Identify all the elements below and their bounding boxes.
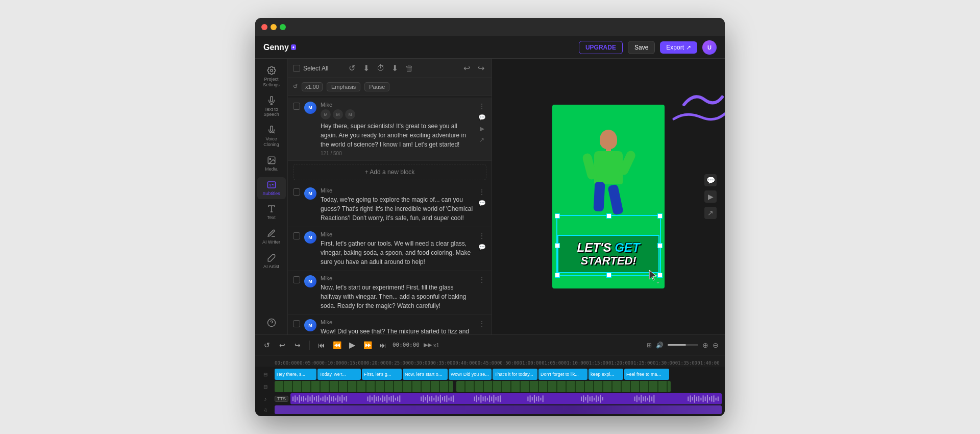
block-menu-1[interactable]: ⋮ bbox=[477, 102, 486, 111]
block-checkbox-2[interactable] bbox=[293, 188, 300, 196]
svg-rect-93 bbox=[600, 395, 601, 402]
block-text-5[interactable]: Wow! Did you see that? The mixture start… bbox=[321, 327, 473, 334]
video-track-icon[interactable]: ⊟ bbox=[263, 384, 267, 390]
zoom-in-btn[interactable]: ⊕ bbox=[702, 341, 708, 349]
undo-playback-btn[interactable]: ↩ bbox=[277, 340, 288, 351]
skip-start-btn[interactable]: ⏮ bbox=[316, 340, 327, 351]
maximize-button[interactable] bbox=[280, 24, 286, 30]
share-action-btn[interactable]: ↗ bbox=[704, 207, 717, 219]
redo-playback-btn[interactable]: ↪ bbox=[292, 340, 303, 351]
sidebar-item-media[interactable]: Media bbox=[257, 153, 286, 175]
rewind-btn[interactable]: ⏪ bbox=[331, 340, 342, 351]
block-checkbox-1[interactable] bbox=[293, 103, 300, 110]
svg-rect-28 bbox=[341, 395, 342, 402]
handle-tr[interactable] bbox=[657, 213, 663, 219]
svg-rect-23 bbox=[331, 397, 332, 401]
block-menu-3[interactable]: ⋮ bbox=[477, 231, 486, 240]
sidebar-item-ai-artist[interactable]: AI Artist bbox=[257, 250, 286, 273]
svg-rect-115 bbox=[709, 397, 710, 401]
speed-badge[interactable]: x1.00 bbox=[302, 82, 323, 91]
photo-icon bbox=[267, 156, 276, 165]
refresh-btn[interactable]: ↺ bbox=[347, 63, 358, 74]
subtitle-clip-6[interactable]: Don't forget to lik... bbox=[538, 369, 587, 380]
handle-tc[interactable] bbox=[606, 213, 611, 219]
block-text-4[interactable]: Now, let's start our experiment! First, … bbox=[321, 283, 473, 310]
forward-btn[interactable]: ⏩ bbox=[362, 340, 373, 351]
music-track-clip[interactable] bbox=[275, 405, 722, 414]
subtitle-clip-3[interactable]: Now, let's start o... bbox=[403, 369, 448, 380]
volume-btn[interactable]: 🔊 bbox=[656, 342, 664, 349]
play-action-btn[interactable]: ▶ bbox=[704, 190, 717, 203]
avatar[interactable]: U bbox=[702, 40, 717, 55]
block-checkbox-3[interactable] bbox=[293, 232, 300, 239]
skip-end-btn[interactable]: ⏭ bbox=[377, 340, 388, 351]
block-menu-5[interactable]: ⋮ bbox=[477, 319, 486, 328]
save-button[interactable]: Save bbox=[628, 41, 655, 54]
sidebar-item-project-settings[interactable]: Project Settings bbox=[257, 63, 286, 91]
close-button[interactable] bbox=[261, 24, 267, 30]
volume-slider[interactable] bbox=[668, 344, 698, 346]
pause-button[interactable]: Pause bbox=[364, 82, 389, 91]
block-checkbox-4[interactable] bbox=[293, 276, 300, 283]
emphasis-button[interactable]: Emphasis bbox=[327, 82, 360, 91]
subtitle-clip-8[interactable]: Feel free to ma... bbox=[624, 369, 669, 380]
subtitle-clip-1[interactable]: Today, we'r... bbox=[317, 369, 361, 380]
minimize-button[interactable] bbox=[271, 24, 277, 30]
block-play-1[interactable]: ▶ bbox=[477, 124, 486, 133]
add-block-button[interactable]: + Add a new block bbox=[293, 164, 486, 180]
undo-btn[interactable]: ↩ bbox=[461, 63, 472, 74]
screen-icon-btn[interactable]: ⊞ bbox=[647, 342, 652, 349]
svg-rect-70 bbox=[489, 395, 490, 402]
block-checkbox-5[interactable] bbox=[293, 320, 300, 327]
video-clip-2[interactable] bbox=[456, 381, 671, 392]
block-menu-4[interactable]: ⋮ bbox=[477, 275, 486, 284]
svg-rect-19 bbox=[323, 397, 324, 401]
block-menu-2[interactable]: ⋮ bbox=[477, 187, 486, 197]
sidebar-item-text[interactable]: Text bbox=[257, 201, 286, 224]
svg-rect-32 bbox=[370, 395, 371, 402]
sidebar-item-ai-writer[interactable]: AI Writer bbox=[257, 226, 286, 248]
svg-rect-62 bbox=[453, 395, 454, 402]
loop-btn[interactable]: ↺ bbox=[261, 340, 273, 351]
block-share-1[interactable]: ↗ bbox=[477, 135, 486, 144]
redo-btn[interactable]: ↪ bbox=[475, 63, 486, 74]
music-track-icon[interactable]: ♫ bbox=[263, 407, 267, 413]
handle-bc[interactable] bbox=[606, 273, 611, 278]
subtitle-clip-2[interactable]: First, let's g... bbox=[362, 369, 402, 380]
zoom-out-btn[interactable]: ⊖ bbox=[713, 341, 719, 349]
select-all-checkbox[interactable] bbox=[293, 65, 300, 72]
block-text-1[interactable]: Hey there, super scientists! It's great … bbox=[321, 122, 473, 149]
handle-tl[interactable] bbox=[555, 213, 560, 219]
audio-track-icon[interactable]: ♪ bbox=[264, 396, 267, 402]
subtitle-track-icon[interactable]: ⊟ bbox=[263, 372, 267, 377]
sidebar-item-voice-cloning[interactable]: Voice Cloning bbox=[257, 123, 286, 151]
download-btn[interactable]: ⬇ bbox=[361, 63, 372, 74]
play-pause-btn[interactable]: ▶ bbox=[347, 340, 358, 351]
sidebar-item-tts[interactable]: Text to Speech bbox=[257, 93, 286, 121]
video-clip-1[interactable] bbox=[275, 381, 453, 392]
block-comment-1[interactable]: 💬 bbox=[477, 113, 486, 122]
upgrade-button[interactable]: UPGRADE bbox=[579, 41, 623, 54]
block-text-3[interactable]: First, let's gather our tools. We will n… bbox=[321, 239, 473, 267]
svg-rect-5 bbox=[292, 397, 293, 401]
video-track-label-area: ⊟ bbox=[258, 384, 273, 390]
subtitle-clip-7[interactable]: keep expl... bbox=[589, 369, 623, 380]
block-text-2[interactable]: Today, we're going to explore the magic … bbox=[321, 195, 473, 223]
sidebar-item-subtitles[interactable]: Subtitles bbox=[257, 177, 286, 200]
audio-waveform-clip[interactable] bbox=[290, 393, 722, 404]
comment-action-btn[interactable]: 💬 bbox=[704, 174, 717, 186]
sidebar-item-help[interactable] bbox=[257, 315, 286, 330]
ruler-mark-18: 01:35:00 bbox=[675, 360, 698, 366]
subtitle-clip-5[interactable]: That's it for today... bbox=[493, 369, 537, 380]
ruler-mark-16: 01:25:00 bbox=[631, 360, 653, 366]
delete-btn[interactable]: 🗑 bbox=[404, 63, 415, 74]
download2-btn[interactable]: ⬇ bbox=[389, 63, 401, 74]
clock-btn[interactable]: ⏱ bbox=[375, 63, 386, 74]
block-comment-2[interactable]: 💬 bbox=[477, 199, 486, 208]
subtitle-clip-4[interactable]: Wow! Did you se... bbox=[449, 369, 492, 380]
title-bar bbox=[255, 18, 725, 36]
handle-bl[interactable] bbox=[555, 273, 560, 278]
subtitle-clip-0[interactable]: Hey there, s... bbox=[275, 369, 316, 380]
export-button[interactable]: Export ↗ bbox=[660, 41, 697, 54]
block-comment-3[interactable]: 💬 bbox=[477, 243, 486, 252]
